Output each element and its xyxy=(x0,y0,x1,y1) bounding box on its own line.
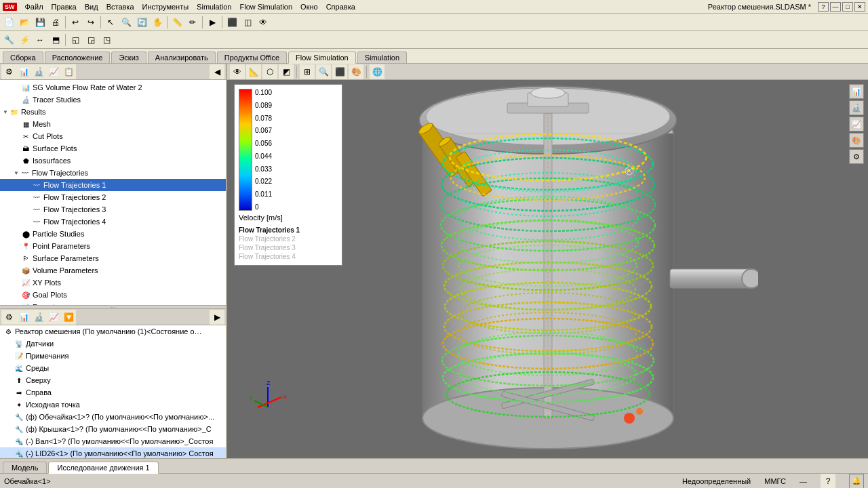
tree-item-flow-traj-4[interactable]: 〰Flow Trajectories 4 xyxy=(0,216,226,228)
btree-item-примечания[interactable]: 📝Примечания xyxy=(0,350,226,362)
select-btn[interactable]: ↖ xyxy=(103,15,118,30)
redo-btn[interactable]: ↪ xyxy=(83,15,98,30)
tree-toolbar-btn1[interactable]: ⚙ xyxy=(1,64,16,79)
menu-flow-simulation[interactable]: Flow Simulation xyxy=(235,2,296,12)
tree-item-xy-plots[interactable]: 📈XY Plots xyxy=(0,277,226,289)
rotate-btn[interactable]: 🔄 xyxy=(134,15,149,30)
menu-simulation[interactable]: Simulation xyxy=(193,2,235,12)
tree-item-cut-plots[interactable]: ✂Cut Plots xyxy=(0,130,226,142)
tree-item-surface-plots[interactable]: 🏔Surface Plots xyxy=(0,142,226,155)
tab-assembly[interactable]: Сборка xyxy=(3,52,43,63)
bottom-tab-model[interactable]: Модель xyxy=(3,462,47,473)
btree-expand[interactable]: ▶ xyxy=(210,310,224,325)
btree-btn2[interactable]: 📊 xyxy=(16,310,31,325)
btree-item-datachki[interactable]: 📡Датчики xyxy=(0,338,226,350)
tab-layout[interactable]: Расположение xyxy=(45,52,111,63)
tree-item-flow-traj-1[interactable]: 〰Flow Trajectories 1 xyxy=(0,179,226,191)
sketch-btn[interactable]: ✏ xyxy=(185,15,200,30)
close-btn[interactable]: ✕ xyxy=(854,2,865,12)
tree-item-goal-plots[interactable]: 🎯Goal Plots xyxy=(0,289,226,301)
btree-item-ishodная[interactable]: ✦Исходная точка xyxy=(0,399,226,411)
smart-btn[interactable]: ⚡ xyxy=(17,33,32,47)
vp-view-btn[interactable]: 👁 xyxy=(230,64,245,79)
tree-item-surface-params[interactable]: 🏳Surface Parameters xyxy=(0,252,226,264)
expand-icon[interactable]: ▼ xyxy=(14,170,19,176)
section-btn[interactable]: ⬛ xyxy=(224,15,239,30)
vp-section[interactable]: ⬛ xyxy=(332,64,347,79)
pan-btn[interactable]: ✋ xyxy=(150,15,165,30)
tree-collapse-btn[interactable]: ◀ xyxy=(210,64,224,79)
tree-item-sg-volume[interactable]: 📊SG Volume Flow Rate of Water 2 xyxy=(0,81,226,94)
btree-item-lid26[interactable]: 🔩(-) LID26<1> (По умолчанию<<По умолчани… xyxy=(0,447,226,458)
menu-view[interactable]: Вид xyxy=(81,2,102,12)
vp-render[interactable]: 🎨 xyxy=(349,64,363,79)
legend-traj-3[interactable]: Flow Trajectories 3 xyxy=(239,243,338,252)
align-btn[interactable]: ⬒ xyxy=(48,33,63,47)
view2-btn[interactable]: ◲ xyxy=(83,33,98,47)
viewport[interactable]: 👁 📐 ⬡ ◩ ⊞ 🔍 ⬛ 🎨 🌐 xyxy=(227,64,868,458)
status-help-btn[interactable]: ? xyxy=(821,474,835,489)
play-btn[interactable]: ▶ xyxy=(205,15,220,30)
vp-right-btn2[interactable]: 🔬 xyxy=(849,100,864,115)
menu-window[interactable]: Окно xyxy=(296,2,322,12)
tree-item-tracer-studies[interactable]: 🔬Tracer Studies xyxy=(0,94,226,106)
menu-help[interactable]: Справка xyxy=(322,2,359,12)
menu-insert[interactable]: Вставка xyxy=(102,2,138,12)
undo-btn[interactable]: ↩ xyxy=(68,15,83,30)
bottom-tab-motion[interactable]: Исследование движения 1 xyxy=(48,462,158,474)
open-btn[interactable]: 📂 xyxy=(17,15,32,30)
btree-item-sprava-nav[interactable]: ➡Справа xyxy=(0,386,226,399)
tree-item-results[interactable]: ▼📁Results xyxy=(0,106,226,118)
btree-btn4[interactable]: 📈 xyxy=(46,310,61,325)
maximize-btn[interactable]: □ xyxy=(842,2,853,12)
btree-btn3[interactable]: 🔬 xyxy=(31,310,46,325)
tree-item-flow-traj-2[interactable]: 〰Flow Trajectories 2 xyxy=(0,191,226,203)
vp-bg[interactable]: 🌐 xyxy=(370,64,384,79)
move-btn[interactable]: ↔ xyxy=(33,33,47,47)
tree-item-mesh[interactable]: ▦Mesh xyxy=(0,118,226,130)
tab-analyze[interactable]: Анализировать xyxy=(148,52,216,63)
minimize-btn[interactable]: — xyxy=(830,2,841,12)
tree-item-flow-traj-3[interactable]: 〰Flow Trajectories 3 xyxy=(0,203,226,216)
vp-zoom-in[interactable]: 🔍 xyxy=(316,64,331,79)
tree-item-volume-params[interactable]: 📦Volume Parameters xyxy=(0,264,226,277)
new-btn[interactable]: 📄 xyxy=(1,15,16,30)
tree-toolbar-btn5[interactable]: 📋 xyxy=(61,64,76,79)
legend-traj-1[interactable]: Flow Trajectories 1 xyxy=(239,226,338,235)
btree-item-sredy[interactable]: 🌊Среды xyxy=(0,362,226,374)
btree-item-val1[interactable]: 🔩(-) Вал<1>? (По умолчанию<<По умолчанию… xyxy=(0,435,226,447)
vp-3d-btn[interactable]: ⬡ xyxy=(262,64,277,79)
view1-btn[interactable]: ◱ xyxy=(68,33,83,47)
tree-toolbar-btn3[interactable]: 🔬 xyxy=(31,64,46,79)
save-btn[interactable]: 💾 xyxy=(33,15,47,30)
tab-sketch[interactable]: Эскиз xyxy=(111,52,146,63)
tree-item-flow-traj[interactable]: ▼〰Flow Trajectories xyxy=(0,167,226,179)
vp-right-btn1[interactable]: 📊 xyxy=(849,84,864,99)
btree-item-obech1[interactable]: 🔧(ф) Обечайка<1>? (По умолчанию<<По умол… xyxy=(0,411,226,423)
legend-traj-4[interactable]: Flow Trajectories 4 xyxy=(239,252,338,261)
btree-item-kryshka1[interactable]: 🔧(ф) Крышка<1>? (По умолчанию<<По умолча… xyxy=(0,423,226,435)
vp-zoom-fit[interactable]: ⊞ xyxy=(300,64,315,79)
tab-simulation[interactable]: Simulation xyxy=(357,52,407,63)
legend-traj-2[interactable]: Flow Trajectories 2 xyxy=(239,235,338,243)
menu-tools[interactable]: Инструменты xyxy=(138,2,193,12)
help-btn[interactable]: ? xyxy=(818,2,829,12)
vp-right-btn5[interactable]: ⚙ xyxy=(849,149,864,164)
tree-item-particle-studies[interactable]: ⬤Particle Studies xyxy=(0,228,226,240)
assemble-btn[interactable]: 🔧 xyxy=(1,33,16,47)
tree-toolbar-btn4[interactable]: 📈 xyxy=(46,64,61,79)
btree-filter[interactable]: 🔽 xyxy=(61,310,76,325)
measure-btn[interactable]: 📏 xyxy=(170,15,184,30)
tree-item-point-params[interactable]: 📍Point Parameters xyxy=(0,240,226,252)
vp-right-btn4[interactable]: 🎨 xyxy=(849,133,864,148)
hide-btn[interactable]: 👁 xyxy=(256,15,271,30)
expand-icon[interactable]: ▼ xyxy=(3,109,8,115)
tree-toolbar-btn2[interactable]: 📊 xyxy=(16,64,31,79)
print-btn[interactable]: 🖨 xyxy=(48,15,63,30)
menu-edit[interactable]: Правка xyxy=(47,2,81,12)
display-btn[interactable]: ◫ xyxy=(240,15,255,30)
vp-right-btn3[interactable]: 📈 xyxy=(849,117,864,131)
tree-item-isosurfaces[interactable]: ⬟Isosurfaces xyxy=(0,155,226,167)
vp-orient-btn[interactable]: 📐 xyxy=(246,64,261,79)
tab-office[interactable]: Продукты Office xyxy=(217,52,287,63)
